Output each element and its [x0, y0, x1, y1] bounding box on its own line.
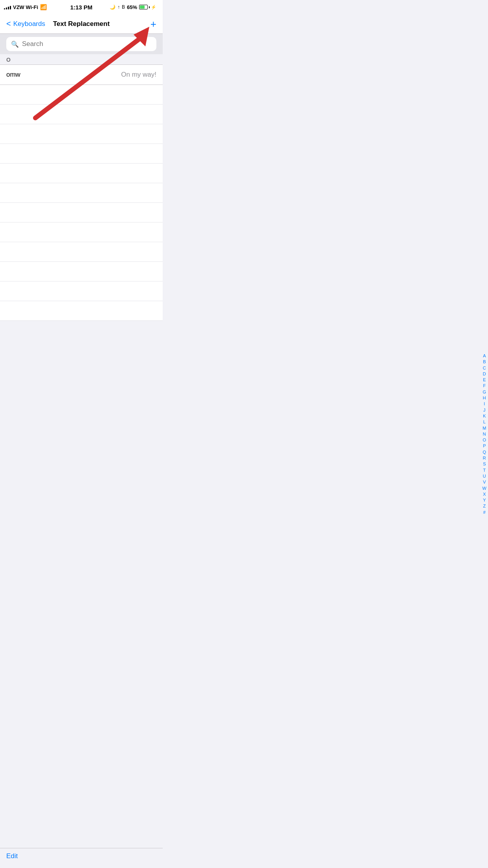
list-container: O omw On my way! — [0, 54, 163, 321]
empty-row — [0, 203, 163, 223]
empty-row — [0, 262, 163, 281]
back-button[interactable]: < Keyboards — [6, 19, 45, 28]
battery-body — [139, 5, 148, 9]
empty-row — [0, 85, 163, 105]
location-icon: ↑ — [117, 4, 120, 10]
moon-icon: 🌙 — [110, 4, 116, 10]
empty-row — [0, 183, 163, 203]
list-row-omw[interactable]: omw On my way! — [0, 65, 163, 85]
battery-bolt-icon: ⚡ — [151, 5, 156, 10]
empty-row — [0, 105, 163, 124]
shortcut-omw: omw — [6, 71, 20, 79]
empty-row — [0, 281, 163, 301]
empty-row — [0, 223, 163, 242]
status-bar: VZW Wi-Fi 📶 1:13 PM 🌙 ↑ B 65% ⚡ — [0, 0, 163, 14]
wifi-icon: 📶 — [40, 4, 47, 10]
empty-row — [0, 124, 163, 144]
status-time: 1:13 PM — [70, 4, 93, 11]
battery-indicator: ⚡ — [139, 5, 156, 10]
signal-bar-1 — [4, 8, 5, 9]
status-left: VZW Wi-Fi 📶 — [4, 4, 47, 10]
section-header-o: O — [0, 54, 163, 64]
empty-row — [0, 301, 163, 321]
signal-bar-3 — [8, 7, 9, 9]
empty-row — [0, 144, 163, 164]
empty-row — [0, 242, 163, 262]
signal-bar-2 — [6, 7, 7, 9]
signal-bar-4 — [10, 6, 11, 9]
back-label: Keyboards — [13, 20, 45, 28]
list-group-o: omw On my way! — [0, 64, 163, 85]
battery-fill — [140, 6, 145, 9]
status-right: 🌙 ↑ B 65% ⚡ — [110, 4, 156, 10]
battery-tip — [149, 6, 150, 8]
phrase-omw: On my way! — [121, 71, 156, 79]
signal-bars — [4, 5, 11, 9]
bluetooth-icon: B — [122, 4, 125, 10]
carrier-label: VZW Wi-Fi — [13, 4, 38, 10]
empty-row — [0, 164, 163, 183]
add-button[interactable]: + — [150, 19, 156, 29]
search-icon: 🔍 — [11, 40, 19, 48]
search-bar: 🔍 — [6, 37, 156, 51]
nav-title: Text Replacement — [53, 20, 110, 28]
search-container: 🔍 — [0, 34, 163, 54]
nav-bar: < Keyboards Text Replacement + — [0, 14, 163, 34]
chevron-left-icon: < — [6, 19, 11, 28]
empty-rows — [0, 85, 163, 321]
search-input[interactable] — [22, 40, 152, 48]
battery-percent: 65% — [127, 4, 137, 10]
